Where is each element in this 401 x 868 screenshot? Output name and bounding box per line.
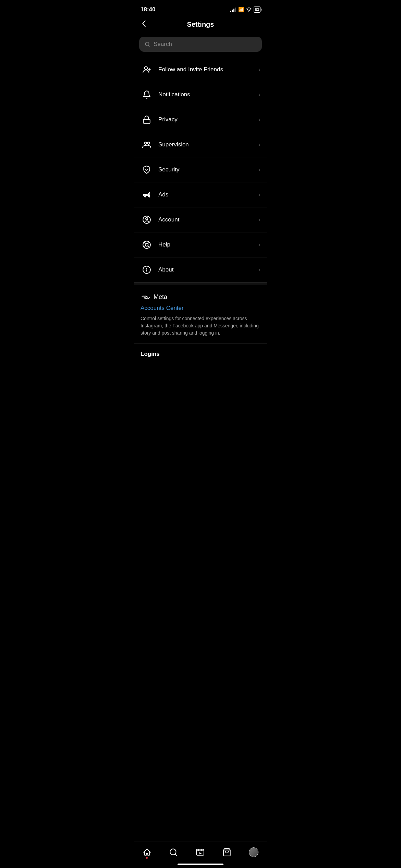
header: Settings: [134, 17, 267, 34]
battery-icon: 83: [254, 7, 260, 13]
add-person-icon: [141, 63, 153, 76]
chevron-icon: ›: [259, 242, 260, 248]
svg-line-15: [144, 242, 145, 243]
search-placeholder: Search: [154, 41, 172, 48]
logins-section: Logins: [134, 344, 267, 358]
chevron-icon: ›: [259, 92, 260, 98]
chevron-icon: ›: [259, 192, 260, 198]
accounts-center-link[interactable]: Accounts Center: [141, 305, 260, 312]
settings-item-account[interactable]: Account ›: [134, 207, 267, 232]
status-bar: 18:40 📶 83: [134, 0, 267, 17]
settings-item-help[interactable]: Help ›: [134, 232, 267, 257]
back-button[interactable]: [141, 19, 147, 31]
person-circle-icon: [141, 214, 153, 226]
svg-rect-6: [143, 119, 150, 123]
svg-line-18: [144, 246, 145, 248]
help-label: Help: [158, 241, 256, 248]
meta-logo-icon: [141, 294, 151, 300]
settings-item-privacy[interactable]: Privacy ›: [134, 107, 267, 132]
meta-brand-text: Meta: [154, 293, 167, 301]
svg-point-12: [146, 218, 148, 220]
logins-title: Logins: [141, 351, 160, 357]
settings-item-notifications[interactable]: Notifications ›: [134, 82, 267, 107]
follow-label: Follow and Invite Friends: [158, 66, 256, 73]
status-icons: 📶 83: [230, 7, 260, 13]
search-container: Search: [134, 34, 267, 57]
privacy-label: Privacy: [158, 116, 256, 123]
svg-point-3: [145, 67, 148, 70]
chevron-icon: ›: [259, 67, 260, 73]
settings-item-follow[interactable]: Follow and Invite Friends ›: [134, 57, 267, 82]
bell-icon: [141, 88, 153, 101]
settings-item-about[interactable]: About ›: [134, 257, 267, 282]
page-title: Settings: [187, 21, 214, 28]
search-icon: [145, 41, 150, 47]
wifi-icon: [246, 8, 252, 12]
ads-label: Ads: [158, 191, 256, 198]
security-label: Security: [158, 166, 256, 173]
chevron-icon: ›: [259, 167, 260, 173]
supervision-label: Supervision: [158, 141, 256, 148]
info-circle-icon: [141, 264, 153, 276]
svg-point-10: [149, 196, 150, 197]
meta-description: Control settings for connected experienc…: [141, 315, 260, 337]
account-label: Account: [158, 216, 256, 223]
svg-point-7: [145, 142, 147, 144]
lifebuoy-icon: [141, 239, 153, 251]
about-label: About: [158, 266, 256, 273]
meta-section: Meta Accounts Center Control settings fo…: [134, 285, 267, 344]
status-time: 18:40: [141, 6, 155, 13]
svg-point-14: [145, 243, 148, 246]
settings-item-supervision[interactable]: Supervision ›: [134, 132, 267, 157]
svg-point-8: [147, 142, 150, 144]
wifi-icon: 📶: [238, 7, 244, 12]
chevron-icon: ›: [259, 267, 260, 273]
svg-line-16: [148, 246, 149, 248]
settings-item-security[interactable]: Security ›: [134, 157, 267, 182]
svg-point-9: [149, 192, 150, 193]
settings-list: Follow and Invite Friends › Notification…: [134, 57, 267, 282]
section-divider: [134, 282, 267, 285]
signal-icon: [230, 7, 236, 12]
svg-line-17: [148, 242, 149, 243]
chevron-icon: ›: [259, 217, 260, 223]
settings-item-ads[interactable]: Ads ›: [134, 182, 267, 207]
chevron-icon: ›: [259, 142, 260, 148]
megaphone-icon: [141, 189, 153, 201]
lock-icon: [141, 113, 153, 126]
supervision-icon: [141, 138, 153, 151]
notifications-label: Notifications: [158, 91, 256, 98]
chevron-icon: ›: [259, 117, 260, 123]
shield-icon: [141, 164, 153, 176]
svg-line-2: [148, 45, 149, 46]
svg-point-0: [248, 11, 249, 12]
search-bar[interactable]: Search: [139, 37, 262, 52]
meta-logo-row: Meta: [141, 293, 260, 301]
